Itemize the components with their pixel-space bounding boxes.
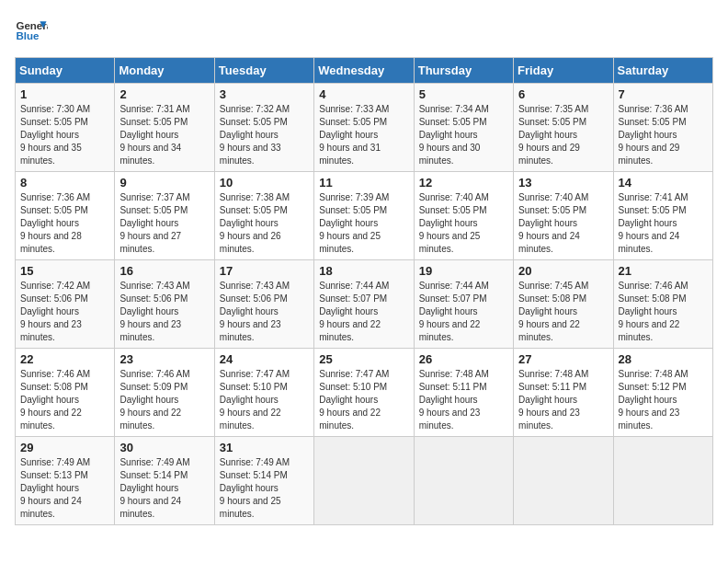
calendar-cell [613,437,712,525]
day-info: Sunrise: 7:47 AM Sunset: 5:10 PM Dayligh… [220,368,309,432]
day-number: 1 [20,87,109,101]
calendar-cell: 11 Sunrise: 7:39 AM Sunset: 5:05 PM Dayl… [314,172,414,260]
svg-text:Blue: Blue [16,30,40,41]
calendar-cell: 17 Sunrise: 7:43 AM Sunset: 5:06 PM Dayl… [214,260,313,349]
day-number: 28 [619,352,708,366]
calendar-cell: 2 Sunrise: 7:31 AM Sunset: 5:05 PM Dayli… [115,84,214,172]
day-number: 3 [220,87,309,101]
calendar-cell [314,437,414,525]
day-info: Sunrise: 7:41 AM Sunset: 5:05 PM Dayligh… [619,191,708,256]
day-info: Sunrise: 7:47 AM Sunset: 5:10 PM Dayligh… [319,368,408,432]
day-number: 24 [220,352,309,366]
day-number: 20 [518,264,608,278]
day-info: Sunrise: 7:38 AM Sunset: 5:05 PM Dayligh… [220,191,309,256]
calendar-cell: 1 Sunrise: 7:30 AM Sunset: 5:05 PM Dayli… [16,84,115,172]
calendar-week-2: 8 Sunrise: 7:36 AM Sunset: 5:05 PM Dayli… [16,172,713,260]
day-number: 18 [319,264,408,278]
day-number: 23 [119,352,209,366]
day-number: 5 [419,87,508,101]
calendar-cell [514,437,613,525]
day-number: 14 [619,176,708,190]
day-info: Sunrise: 7:42 AM Sunset: 5:06 PM Dayligh… [20,280,109,344]
day-number: 19 [419,264,508,278]
calendar-cell: 26 Sunrise: 7:48 AM Sunset: 5:11 PM Dayl… [414,349,513,437]
day-info: Sunrise: 7:37 AM Sunset: 5:05 PM Dayligh… [119,191,209,256]
calendar-cell: 7 Sunrise: 7:36 AM Sunset: 5:05 PM Dayli… [613,84,712,172]
day-number: 16 [119,264,209,278]
calendar-cell: 15 Sunrise: 7:42 AM Sunset: 5:06 PM Dayl… [16,260,115,349]
calendar-cell: 24 Sunrise: 7:47 AM Sunset: 5:10 PM Dayl… [214,349,313,437]
calendar-cell: 3 Sunrise: 7:32 AM Sunset: 5:05 PM Dayli… [214,84,313,172]
calendar-cell: 4 Sunrise: 7:33 AM Sunset: 5:05 PM Dayli… [314,84,414,172]
day-info: Sunrise: 7:44 AM Sunset: 5:07 PM Dayligh… [419,280,508,344]
calendar-cell: 29 Sunrise: 7:49 AM Sunset: 5:13 PM Dayl… [16,437,115,525]
calendar-week-5: 29 Sunrise: 7:49 AM Sunset: 5:13 PM Dayl… [16,437,713,525]
calendar-cell: 18 Sunrise: 7:44 AM Sunset: 5:07 PM Dayl… [314,260,414,349]
day-info: Sunrise: 7:49 AM Sunset: 5:14 PM Dayligh… [220,456,309,521]
calendar-cell: 30 Sunrise: 7:49 AM Sunset: 5:14 PM Dayl… [115,437,214,525]
calendar-cell: 10 Sunrise: 7:38 AM Sunset: 5:05 PM Dayl… [214,172,313,260]
col-header-sunday: Sunday [16,58,115,84]
calendar-cell: 27 Sunrise: 7:48 AM Sunset: 5:11 PM Dayl… [514,349,613,437]
day-info: Sunrise: 7:49 AM Sunset: 5:14 PM Dayligh… [119,456,209,521]
calendar-cell [414,437,513,525]
day-info: Sunrise: 7:46 AM Sunset: 5:09 PM Dayligh… [119,368,209,432]
day-number: 27 [518,352,608,366]
day-number: 12 [419,176,508,190]
day-info: Sunrise: 7:35 AM Sunset: 5:05 PM Dayligh… [518,103,608,167]
logo-icon: General Blue [15,15,48,48]
day-info: Sunrise: 7:46 AM Sunset: 5:08 PM Dayligh… [20,368,109,432]
day-info: Sunrise: 7:49 AM Sunset: 5:13 PM Dayligh… [20,456,109,521]
day-info: Sunrise: 7:36 AM Sunset: 5:05 PM Dayligh… [619,103,708,167]
calendar-cell: 9 Sunrise: 7:37 AM Sunset: 5:05 PM Dayli… [115,172,214,260]
day-number: 9 [119,176,209,190]
calendar-week-3: 15 Sunrise: 7:42 AM Sunset: 5:06 PM Dayl… [16,260,713,349]
day-number: 30 [119,441,209,454]
calendar-header: SundayMondayTuesdayWednesdayThursdayFrid… [16,58,713,84]
day-info: Sunrise: 7:32 AM Sunset: 5:05 PM Dayligh… [220,103,309,167]
calendar-week-4: 22 Sunrise: 7:46 AM Sunset: 5:08 PM Dayl… [16,349,713,437]
calendar-cell: 19 Sunrise: 7:44 AM Sunset: 5:07 PM Dayl… [414,260,513,349]
calendar-cell: 23 Sunrise: 7:46 AM Sunset: 5:09 PM Dayl… [115,349,214,437]
day-number: 29 [20,441,109,454]
day-number: 11 [319,176,408,190]
col-header-wednesday: Wednesday [314,58,414,84]
calendar-cell: 16 Sunrise: 7:43 AM Sunset: 5:06 PM Dayl… [115,260,214,349]
col-header-thursday: Thursday [414,58,513,84]
day-info: Sunrise: 7:36 AM Sunset: 5:05 PM Dayligh… [20,191,109,256]
calendar-cell: 22 Sunrise: 7:46 AM Sunset: 5:08 PM Dayl… [16,349,115,437]
day-number: 21 [619,264,708,278]
col-header-tuesday: Tuesday [214,58,313,84]
calendar-cell: 8 Sunrise: 7:36 AM Sunset: 5:05 PM Dayli… [16,172,115,260]
day-number: 17 [220,264,309,278]
page-header: General Blue [15,15,713,48]
day-info: Sunrise: 7:48 AM Sunset: 5:12 PM Dayligh… [619,368,708,432]
calendar-cell: 21 Sunrise: 7:46 AM Sunset: 5:08 PM Dayl… [613,260,712,349]
day-number: 6 [518,87,608,101]
day-number: 4 [319,87,408,101]
logo: General Blue [15,15,48,48]
calendar-cell: 14 Sunrise: 7:41 AM Sunset: 5:05 PM Dayl… [613,172,712,260]
calendar-cell: 12 Sunrise: 7:40 AM Sunset: 5:05 PM Dayl… [414,172,513,260]
calendar-cell: 5 Sunrise: 7:34 AM Sunset: 5:05 PM Dayli… [414,84,513,172]
day-info: Sunrise: 7:48 AM Sunset: 5:11 PM Dayligh… [518,368,608,432]
day-number: 10 [220,176,309,190]
calendar-cell: 6 Sunrise: 7:35 AM Sunset: 5:05 PM Dayli… [514,84,613,172]
calendar-body: 1 Sunrise: 7:30 AM Sunset: 5:05 PM Dayli… [16,84,713,525]
day-info: Sunrise: 7:44 AM Sunset: 5:07 PM Dayligh… [319,280,408,344]
col-header-monday: Monday [115,58,214,84]
day-number: 22 [20,352,109,366]
day-info: Sunrise: 7:31 AM Sunset: 5:05 PM Dayligh… [119,103,209,167]
day-number: 26 [419,352,508,366]
day-number: 13 [518,176,608,190]
day-info: Sunrise: 7:43 AM Sunset: 5:06 PM Dayligh… [220,280,309,344]
day-number: 8 [20,176,109,190]
day-info: Sunrise: 7:40 AM Sunset: 5:05 PM Dayligh… [419,191,508,256]
calendar-cell: 28 Sunrise: 7:48 AM Sunset: 5:12 PM Dayl… [613,349,712,437]
day-info: Sunrise: 7:48 AM Sunset: 5:11 PM Dayligh… [419,368,508,432]
col-header-friday: Friday [514,58,613,84]
calendar-cell: 20 Sunrise: 7:45 AM Sunset: 5:08 PM Dayl… [514,260,613,349]
day-info: Sunrise: 7:46 AM Sunset: 5:08 PM Dayligh… [619,280,708,344]
calendar-cell: 25 Sunrise: 7:47 AM Sunset: 5:10 PM Dayl… [314,349,414,437]
calendar-cell: 31 Sunrise: 7:49 AM Sunset: 5:14 PM Dayl… [214,437,313,525]
